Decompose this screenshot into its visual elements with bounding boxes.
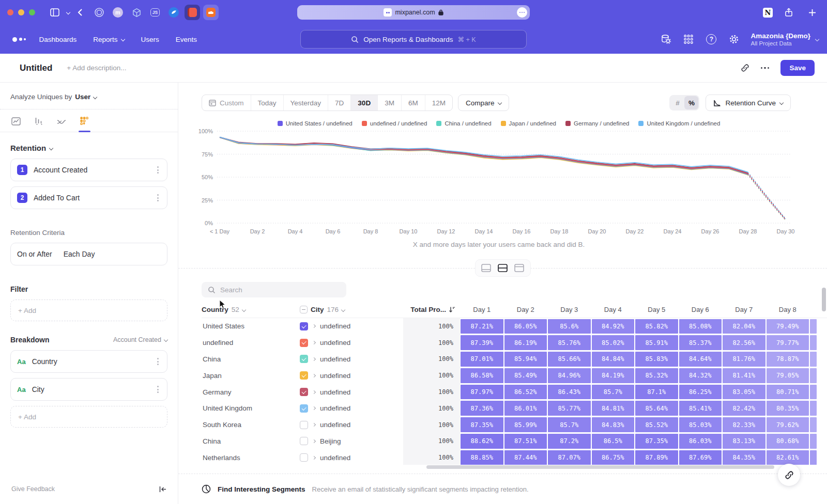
criteria-on-or-after[interactable]: On or After	[17, 250, 52, 258]
retention-cell[interactable]: 84.84%	[592, 352, 635, 367]
vertical-scrollbar[interactable]	[822, 288, 826, 311]
share-link-fab[interactable]	[778, 464, 800, 486]
retention-cell[interactable]: 80.35%	[767, 401, 809, 416]
country-cell[interactable]: United Kingdom	[202, 404, 300, 412]
retention-cell[interactable]: 85.02%	[592, 335, 635, 350]
expand-row-icon[interactable]	[312, 341, 316, 344]
cube-icon[interactable]	[129, 5, 144, 20]
tab-insights[interactable]	[11, 117, 21, 132]
range-yesterday[interactable]: Yesterday	[283, 95, 328, 111]
expand-row-icon[interactable]	[312, 406, 316, 410]
country-cell[interactable]: undefined	[202, 339, 300, 346]
legend-item[interactable]: United States / undefined	[278, 120, 353, 127]
retention-cell[interactable]: 87.07%	[548, 450, 591, 465]
retention-cell[interactable]: 84.35%	[723, 450, 765, 465]
retention-cell[interactable]: 82.04%	[723, 319, 765, 334]
expand-row-icon[interactable]	[312, 357, 316, 361]
retention-cell[interactable]: 87.89%	[635, 450, 678, 465]
retention-step-card[interactable]: 2Added To Cart	[10, 186, 167, 209]
series-checkbox[interactable]	[300, 453, 308, 462]
expand-row-icon[interactable]	[312, 324, 316, 328]
copy-link-icon[interactable]	[741, 64, 749, 72]
retention-cell[interactable]: 79.62%	[767, 417, 809, 432]
count-mode-percent[interactable]: %	[684, 96, 698, 109]
range-30d[interactable]: 30D	[350, 95, 377, 111]
day-column-header[interactable]: Day 8	[766, 306, 810, 313]
series-checkbox[interactable]	[300, 388, 308, 396]
retention-cell[interactable]: 79.05%	[767, 368, 809, 383]
retention-cell[interactable]: 87.2%	[548, 434, 591, 449]
retention-cell[interactable]: 87.01%	[461, 352, 503, 367]
retention-cell[interactable]: 85.7%	[548, 417, 591, 432]
retention-cell[interactable]: 79.49%	[767, 319, 809, 334]
count-mode-absolute[interactable]: #	[670, 96, 684, 109]
day-column-header[interactable]: Day 3	[547, 306, 591, 313]
retention-step-card[interactable]: 1Account Created	[10, 159, 167, 181]
window-controls[interactable]	[7, 9, 35, 15]
criteria-card[interactable]: On or After Each Day	[10, 243, 167, 265]
retention-cell[interactable]: 82.56%	[723, 335, 765, 350]
retention-cell[interactable]: 87.35%	[461, 417, 503, 432]
zoom-window-icon[interactable]	[29, 9, 35, 15]
retention-cell[interactable]: 85.94%	[504, 352, 547, 367]
range-custom[interactable]: Custom	[202, 95, 251, 111]
series-checkbox[interactable]	[300, 339, 308, 347]
retention-cell[interactable]: 86.19%	[504, 335, 547, 350]
retention-cell[interactable]: 86.03%	[679, 434, 722, 449]
retention-cell[interactable]: 85.76%	[548, 335, 591, 350]
retention-cell[interactable]: 86.01%	[504, 401, 547, 416]
legend-item[interactable]: United Kingdom / undefined	[638, 120, 720, 127]
step-event-name[interactable]: Account Created	[34, 166, 87, 174]
kebab-menu-icon[interactable]	[155, 356, 161, 367]
city-name[interactable]: undefined	[320, 421, 350, 429]
retention-cell[interactable]: 81.41%	[723, 368, 765, 383]
compare-button[interactable]: Compare	[458, 94, 510, 111]
js-icon[interactable]: JS	[147, 5, 163, 20]
retention-cell[interactable]: 83.13%	[723, 434, 765, 449]
day-column-header[interactable]: Day 1	[460, 306, 504, 313]
legend-item[interactable]: Japan / undefined	[501, 120, 556, 127]
retention-cell[interactable]: 82.33%	[723, 417, 765, 432]
close-window-icon[interactable]	[7, 9, 13, 15]
series-checkbox[interactable]	[300, 371, 308, 380]
give-feedback-link[interactable]: Give Feedback	[11, 485, 55, 493]
retention-cell[interactable]: 85.83%	[635, 352, 678, 367]
retention-cell[interactable]: 86.5%	[592, 434, 635, 449]
retention-cell[interactable]: 81.76%	[723, 352, 765, 367]
city-name[interactable]: undefined	[320, 454, 350, 462]
day-column-header[interactable]: Day 6	[679, 306, 723, 313]
retention-cell[interactable]: 85.82%	[635, 319, 678, 334]
retention-cell[interactable]: 84.81%	[592, 401, 635, 416]
day-column-header[interactable]: Day 2	[504, 306, 548, 313]
add-breakdown-button[interactable]: + Add	[10, 406, 167, 428]
tab-retention[interactable]	[80, 117, 89, 132]
retention-cell[interactable]: 85.41%	[679, 401, 722, 416]
analyze-value[interactable]: User	[75, 93, 90, 101]
breakdown-card[interactable]: AaCountry	[10, 350, 167, 373]
tab-funnels[interactable]	[35, 117, 43, 132]
more-options-icon[interactable]	[761, 67, 770, 69]
nav-users[interactable]: Users	[141, 36, 159, 43]
url-bar[interactable]: mixpanel.com	[297, 5, 530, 20]
legend-item[interactable]: undefined / undefined	[362, 120, 427, 127]
country-cell[interactable]: China	[202, 355, 300, 363]
retention-cell[interactable]: 84.96%	[548, 368, 591, 383]
breakdown-property-name[interactable]: Country	[32, 357, 57, 366]
breakdown-card[interactable]: AaCity	[10, 378, 167, 401]
retention-cell[interactable]: 87.69%	[679, 450, 722, 465]
day-column-header[interactable]: Day 4	[591, 306, 635, 313]
retention-cell[interactable]: 84.19%	[592, 368, 635, 383]
retention-cell[interactable]: 85.49%	[504, 368, 547, 383]
layout-table-only-icon[interactable]	[513, 262, 526, 274]
horizontal-scrollbar[interactable]	[426, 465, 774, 469]
global-search[interactable]: Open Reports & Dashboards ⌘ + K	[300, 30, 527, 49]
add-description[interactable]: + Add description...	[67, 64, 126, 72]
range-7d[interactable]: 7D	[328, 95, 350, 111]
retention-cell[interactable]: 85.99%	[504, 417, 547, 432]
minimize-window-icon[interactable]	[18, 9, 24, 15]
tab-flows[interactable]	[57, 118, 66, 132]
country-cell[interactable]: China	[202, 437, 300, 445]
retention-cell[interactable]: 87.35%	[635, 434, 678, 449]
avatar-m-icon[interactable]: m	[110, 5, 126, 20]
retention-cell[interactable]: 86.58%	[461, 368, 503, 383]
